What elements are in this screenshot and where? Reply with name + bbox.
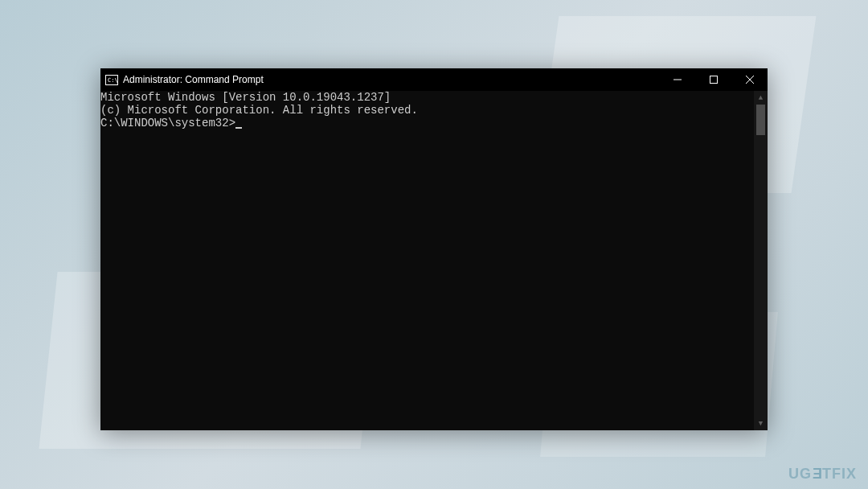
close-button[interactable] <box>731 68 768 91</box>
minimize-button[interactable] <box>659 68 695 91</box>
prompt-text: C:\WINDOWS\system32> <box>100 117 235 129</box>
svg-text:C:\: C:\ <box>108 77 118 84</box>
terminal-line: Microsoft Windows [Version 10.0.19043.12… <box>100 91 753 104</box>
vertical-scrollbar[interactable]: ▲ ▼ <box>754 91 768 430</box>
terminal-body[interactable]: Microsoft Windows [Version 10.0.19043.12… <box>100 91 768 430</box>
cmd-icon: C:\ <box>105 74 118 85</box>
cursor <box>235 127 242 129</box>
terminal-line: (c) Microsoft Corporation. All rights re… <box>100 104 753 117</box>
scrollbar-thumb[interactable] <box>756 105 765 135</box>
watermark-text-suffix: TFIX <box>822 466 857 482</box>
titlebar[interactable]: C:\ Administrator: Command Prompt <box>100 68 768 91</box>
command-prompt-window: C:\ Administrator: Command Prompt Micros… <box>100 68 768 430</box>
watermark-text-prefix: UG <box>788 466 812 482</box>
watermark-text-special: E <box>812 466 822 483</box>
scrollbar-track[interactable] <box>754 105 768 417</box>
scroll-up-arrow-icon[interactable]: ▲ <box>754 91 768 105</box>
watermark-logo: UGETFIX <box>788 466 857 483</box>
scroll-down-arrow-icon[interactable]: ▼ <box>754 417 768 430</box>
window-title: Administrator: Command Prompt <box>123 74 659 85</box>
window-controls <box>659 68 768 91</box>
terminal-prompt-line: C:\WINDOWS\system32> <box>100 117 753 129</box>
maximize-button[interactable] <box>695 68 731 91</box>
svg-rect-3 <box>710 76 717 84</box>
terminal-output: Microsoft Windows [Version 10.0.19043.12… <box>100 91 753 129</box>
